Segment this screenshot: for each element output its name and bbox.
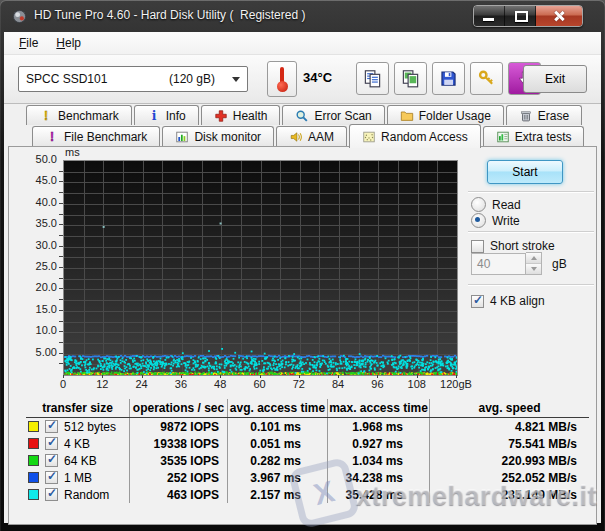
series-checkbox[interactable]	[45, 488, 58, 501]
copy-text-button[interactable]	[356, 62, 389, 95]
series-checkbox[interactable]	[45, 437, 58, 450]
stroke-size-input[interactable]: 40	[471, 253, 526, 275]
random-access-icon	[362, 130, 376, 144]
series-checkbox[interactable]	[45, 471, 58, 484]
menu-bar: File Help	[4, 32, 601, 55]
x-tick-label: 24	[135, 378, 147, 390]
y-tick-label: 20.0	[23, 281, 57, 293]
spin-down-button[interactable]	[526, 264, 541, 274]
write-option[interactable]: Write	[471, 213, 520, 228]
read-option[interactable]: Read	[471, 197, 521, 212]
folder-icon	[400, 109, 414, 123]
menu-file[interactable]: File	[10, 34, 47, 52]
series-color-swatch	[28, 421, 39, 432]
column-header: transfer size	[26, 399, 130, 417]
y-tick-label: 45.0	[23, 174, 57, 186]
series-checkbox[interactable]	[45, 454, 58, 467]
save-button[interactable]	[432, 62, 465, 95]
tab-label: Erase	[538, 109, 569, 123]
x-tick-label: 84	[332, 378, 344, 390]
tab-extra-tests[interactable]: Extra tests	[483, 126, 585, 146]
maximize-button[interactable]	[505, 6, 536, 26]
x-tick-label: 120gB	[440, 378, 472, 390]
avg-access-value: 0.101 ms	[228, 418, 328, 435]
menu-help[interactable]: Help	[47, 34, 90, 52]
table-row: Random463 IOPS2.157 ms35.428 ms235.149 M…	[26, 486, 589, 503]
drive-name: SPCC SSD101	[26, 72, 107, 86]
align-checkbox[interactable]	[471, 295, 484, 308]
x-tick-label: 108	[408, 378, 426, 390]
error-scan-icon	[295, 109, 309, 123]
window-title: HD Tune Pro 4.60 - Hard Disk Utility ( R…	[34, 8, 305, 22]
max-access-value: 34.238 ms	[328, 469, 430, 486]
short-stroke-checkbox[interactable]	[471, 240, 484, 253]
spin-up-button[interactable]	[526, 253, 541, 264]
align-option[interactable]: 4 KB align	[471, 294, 545, 308]
svg-text:!: !	[50, 130, 54, 144]
exit-button[interactable]: Exit	[523, 65, 587, 93]
close-button[interactable]	[536, 6, 582, 26]
stroke-unit-label: gB	[552, 257, 567, 271]
short-stroke-label: Short stroke	[490, 239, 555, 253]
tab-aam[interactable]: AAM	[276, 126, 347, 146]
tab-file-benchmark[interactable]: !File Benchmark	[32, 126, 160, 146]
ops-value: 3535 IOPS	[130, 452, 228, 469]
read-radio[interactable]	[471, 197, 486, 212]
drive-selector[interactable]: SPCC SSD101 (120 gB)	[18, 66, 248, 92]
copy-image-icon	[401, 69, 420, 88]
minimize-icon	[483, 18, 494, 21]
tab-random-access[interactable]: Random Access	[349, 124, 481, 148]
tab-label: Benchmark	[58, 109, 119, 123]
align-label: 4 KB align	[490, 294, 545, 308]
health-icon	[214, 109, 228, 123]
max-access-value: 35.428 ms	[328, 486, 430, 503]
temperature-button[interactable]	[267, 61, 297, 97]
transfer-size-label: 1 MB	[64, 471, 92, 485]
x-tick-label: 72	[293, 378, 305, 390]
tab-disk-monitor[interactable]: Disk monitor	[162, 126, 274, 146]
series-color-swatch	[28, 455, 39, 466]
avg-access-value: 0.051 ms	[228, 435, 328, 452]
keys-button[interactable]	[470, 62, 503, 95]
transfer-size-label: 64 KB	[64, 454, 97, 468]
start-button[interactable]: Start	[487, 160, 563, 184]
table-row: 512 bytes9872 IOPS0.101 ms1.968 ms4.821 …	[26, 418, 589, 435]
column-header: avg. access time	[228, 399, 328, 417]
write-label: Write	[492, 214, 520, 228]
temperature-value: 34°C	[303, 70, 332, 85]
hd-tune-window: HD Tune Pro 4.60 - Hard Disk Utility ( R…	[0, 0, 605, 531]
separator	[468, 191, 594, 193]
tab-benchmark[interactable]: !Benchmark	[26, 105, 132, 125]
tab-label: Error Scan	[314, 109, 371, 123]
max-access-value: 0.927 ms	[328, 435, 430, 452]
info-icon: i	[147, 109, 161, 123]
avg-access-value: 3.967 ms	[228, 469, 328, 486]
y-tick-label: 50.0	[23, 153, 57, 165]
table-row: 1 MB252 IOPS3.967 ms34.238 ms252.052 MB/…	[26, 469, 589, 486]
short-stroke-option[interactable]: Short stroke	[471, 239, 555, 253]
tab-label: Disk monitor	[194, 130, 261, 144]
table-header-row: transfer sizeoperations / secavg. access…	[26, 399, 589, 418]
series-checkbox[interactable]	[45, 420, 58, 433]
tab-label: Info	[166, 109, 186, 123]
minimize-button[interactable]	[474, 6, 505, 26]
column-header: operations / sec	[130, 399, 228, 417]
tab-info[interactable]: iInfo	[134, 105, 199, 125]
titlebar[interactable]: HD Tune Pro 4.60 - Hard Disk Utility ( R…	[0, 0, 605, 32]
tab-health[interactable]: Health	[201, 105, 281, 125]
table-row: 64 KB3535 IOPS0.282 ms1.034 ms220.993 MB…	[26, 452, 589, 469]
y-tick-label: 5.00	[23, 346, 57, 358]
save-icon	[439, 69, 458, 88]
y-tick-label: 40.0	[23, 196, 57, 208]
write-radio[interactable]	[471, 213, 486, 228]
x-tick-label: 48	[214, 378, 226, 390]
copy-image-button[interactable]	[394, 62, 427, 95]
tab-strip: !BenchmarkiInfoHealthError ScanFolder Us…	[4, 104, 601, 146]
aam-icon	[289, 130, 303, 144]
avg-speed-value: 220.993 MB/s	[430, 452, 589, 469]
avg-speed-value: 252.052 MB/s	[430, 469, 589, 486]
column-header: avg. speed	[430, 399, 589, 417]
tab-folder-usage[interactable]: Folder Usage	[387, 105, 504, 125]
tab-erase[interactable]: Erase	[506, 105, 582, 125]
tab-error-scan[interactable]: Error Scan	[282, 105, 384, 125]
